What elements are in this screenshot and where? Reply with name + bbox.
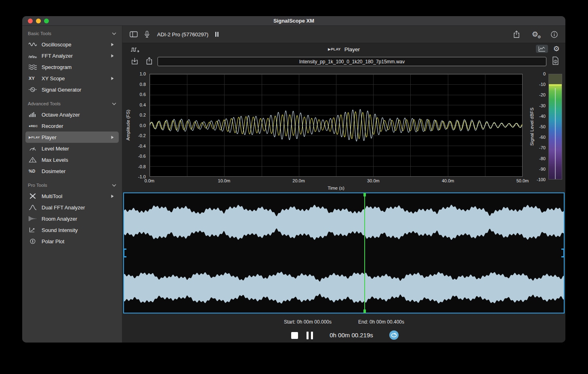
tick-label: 1.0 (140, 71, 146, 76)
sidebar-item-label: FFT Analyzer (42, 53, 73, 59)
plot-view-toggle-icon[interactable] (536, 45, 548, 53)
filename-text: Intensity_pp_1k_100_0_1k20_180_7p15mm.wa… (299, 59, 405, 65)
main-panel: ADI-2 Pro (57760297) ⚙⚙ (122, 26, 565, 343)
overview-canvas (124, 193, 564, 313)
tick-label: -60 (539, 135, 546, 140)
window-title: SignalScope XM (22, 16, 565, 26)
tick-label: 0.6 (140, 92, 146, 97)
max-levels-icon (29, 157, 42, 163)
sidebar-item-label: Room Analyzer (42, 216, 77, 222)
tick-label: 10.0m (218, 178, 231, 183)
player-settings-gear-icon[interactable]: ⚙ (553, 45, 560, 52)
tick-label: -100 (537, 177, 546, 182)
sidebar-item-label: MultiTool (42, 193, 62, 199)
file-row: Intensity_pp_1k_100_0_1k20_180_7p15mm.wa… (122, 56, 565, 67)
playhead[interactable] (364, 193, 365, 313)
submenu-arrow-icon (111, 77, 116, 80)
sidebar-item-sound-intensity[interactable]: Sound Intensity (25, 224, 119, 236)
device-pause-icon[interactable] (215, 31, 219, 37)
sound-intensity-icon (29, 227, 42, 233)
sidebar-item-dual-fft-analyzer[interactable]: Dual FFT Analyzer (25, 202, 119, 213)
tick-label: -0.2 (138, 133, 146, 138)
sidebar-toggle-icon[interactable] (130, 31, 138, 38)
stop-button[interactable] (291, 332, 298, 339)
sidebar-item-fft-analyzer[interactable]: FFT Analyzer (25, 50, 119, 61)
level-meter (548, 74, 562, 180)
sidebar-item-polar-plot[interactable]: Polar Plot (25, 236, 119, 247)
waveform-overview[interactable] (123, 192, 565, 313)
recorder-icon: ●REC (29, 124, 42, 128)
room-analyzer-icon (29, 216, 42, 221)
tick-label: 20.0m (292, 178, 305, 183)
level-meter-icon (29, 146, 42, 151)
selection-range-labels: Start: 0h 00m 00.000s End: 0h 00m 00.400… (122, 319, 565, 326)
info-icon[interactable] (550, 31, 558, 38)
loop-button[interactable] (389, 330, 399, 340)
xy-scope-icon: XY (29, 76, 42, 81)
peak-marker (549, 84, 562, 86)
transport-controls: 0h 00m 00.219s (122, 330, 565, 343)
playhead-top-handle[interactable] (363, 193, 366, 196)
tick-label: -90 (539, 167, 546, 171)
sidebar-item-label: Polar Plot (42, 238, 64, 244)
sidebar-section-advanced-tools[interactable]: Advanced Tools (22, 98, 122, 109)
tick-label: -40 (539, 114, 546, 119)
sidebar-item-max-levels[interactable]: Max Levels (25, 154, 119, 165)
import-file-icon[interactable] (131, 57, 138, 65)
tick-label: -0.4 (138, 144, 146, 148)
sidebar-item-label: Recorder (42, 123, 63, 129)
sidebar-item-xy-scope[interactable]: XYXY Scope (25, 73, 119, 84)
sidebar-item-multitool[interactable]: MultiTool (25, 190, 119, 202)
device-name[interactable]: ADI-2 Pro (57760297) (157, 31, 208, 38)
meter-tick-labels: 0-10-20-30-40-50-60-70-80-90-100 (535, 74, 546, 180)
multitool-icon (29, 193, 42, 199)
x-axis-label: Time (s) (149, 186, 523, 190)
tick-label: 50.0m (517, 178, 529, 183)
player-icon: ▶PLAY (29, 136, 42, 139)
polar-plot-icon (29, 238, 42, 244)
meter-label: Signal Level dBFS (529, 108, 534, 146)
tick-label: 0.8 (140, 82, 146, 87)
sidebar-section-basic-tools[interactable]: Basic Tools (22, 28, 122, 39)
sidebar-item-label: XY Scope (42, 75, 65, 81)
player-title: Player (344, 46, 360, 52)
selection-end-handle[interactable] (561, 249, 565, 257)
playhead-bottom-handle[interactable] (363, 309, 366, 313)
plot-area[interactable] (149, 74, 523, 177)
play-badge: ▶PLAY (328, 47, 341, 51)
tick-label: 0.2 (140, 113, 146, 117)
sidebar-item-recorder[interactable]: ●RECRecorder (25, 120, 119, 132)
sidebar-sections: Basic ToolsOscilloscopeFFT AnalyzerSpect… (22, 28, 122, 247)
player-title-group: ▶PLAY Player (122, 43, 565, 55)
tick-label: 0.4 (140, 102, 146, 107)
sidebar-item-signal-generator[interactable]: Signal Generator (25, 84, 119, 95)
sidebar: Basic ToolsOscilloscopeFFT AnalyzerSpect… (22, 26, 122, 343)
sidebar-item-label: Dosimeter (42, 168, 65, 174)
toolbar-right-group: ⚙⚙ (513, 30, 558, 38)
current-time: 0h 00m 00.219s (330, 332, 373, 338)
spectrogram-icon (29, 64, 42, 70)
sidebar-item-spectrogram[interactable]: Spectrogram (25, 61, 119, 73)
pause-button[interactable] (307, 332, 313, 339)
sidebar-item-label: Octave Analyzer (42, 112, 80, 118)
level-indicator (555, 88, 556, 179)
sidebar-item-oscilloscope[interactable]: Oscilloscope (25, 39, 119, 50)
chevron-down-icon (112, 102, 116, 105)
sidebar-item-octave-analyzer[interactable]: Octave Analyzer (25, 109, 119, 120)
sidebar-item-player[interactable]: ▶PLAYPlayer (25, 132, 119, 143)
octave-analyzer-icon (29, 112, 42, 117)
file-info-icon[interactable] (552, 56, 559, 65)
settings-gear-icon[interactable]: ⚙⚙ (532, 31, 538, 38)
sidebar-item-level-meter[interactable]: Level Meter (25, 143, 119, 154)
sidebar-item-room-analyzer[interactable]: Room Analyzer (25, 213, 119, 224)
microphone-icon[interactable] (144, 31, 150, 38)
tick-label: 40.0m (442, 178, 454, 183)
sidebar-section-pro-tools[interactable]: Pro Tools (22, 180, 122, 190)
oscilloscope-icon (29, 42, 42, 47)
sidebar-item-dosimeter[interactable]: %DDosimeter (25, 165, 119, 177)
desktop-background: SignalScope XM Basic ToolsOscilloscopeFF… (0, 0, 588, 374)
selection-start-handle[interactable] (123, 249, 126, 257)
export-file-icon[interactable] (146, 57, 153, 65)
share-icon[interactable] (513, 30, 520, 38)
filename-field[interactable]: Intensity_pp_1k_100_0_1k20_180_7p15mm.wa… (158, 57, 546, 66)
